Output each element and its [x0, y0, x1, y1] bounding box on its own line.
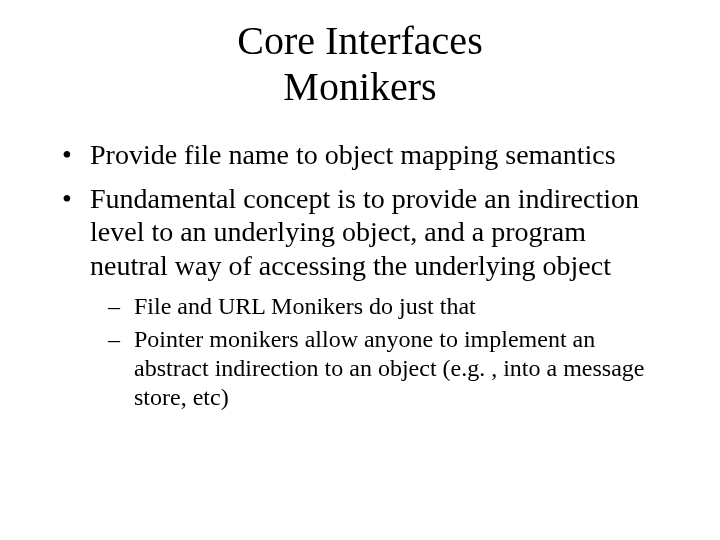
- slide: Core Interfaces Monikers Provide file na…: [0, 0, 720, 540]
- title-line-1: Core Interfaces: [237, 18, 482, 63]
- sub-bullet-item: File and URL Monikers do just that: [130, 292, 670, 321]
- sub-bullet-text: File and URL Monikers do just that: [134, 293, 476, 319]
- bullet-item: Provide file name to object mapping sema…: [86, 138, 670, 172]
- title-line-2: Monikers: [283, 64, 436, 109]
- bullet-text: Fundamental concept is to provide an ind…: [90, 183, 639, 281]
- bullet-item: Fundamental concept is to provide an ind…: [86, 182, 670, 412]
- sub-bullet-item: Pointer monikers allow anyone to impleme…: [130, 325, 670, 411]
- bullet-list: Provide file name to object mapping sema…: [50, 138, 670, 412]
- sub-bullet-text: Pointer monikers allow anyone to impleme…: [134, 326, 645, 410]
- sub-bullet-list: File and URL Monikers do just that Point…: [90, 292, 670, 411]
- slide-title: Core Interfaces Monikers: [50, 18, 670, 110]
- bullet-text: Provide file name to object mapping sema…: [90, 139, 616, 170]
